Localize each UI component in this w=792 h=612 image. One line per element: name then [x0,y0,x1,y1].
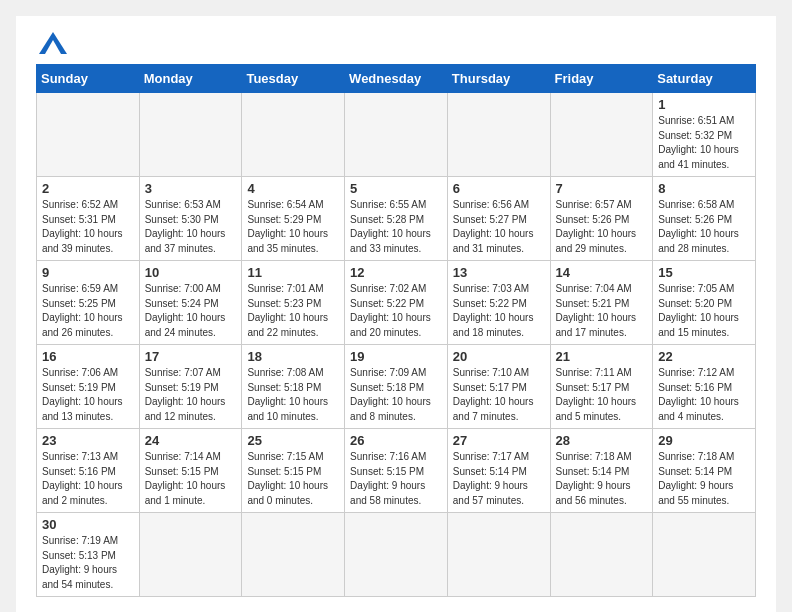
calendar-cell [447,93,550,177]
calendar-cell: 3Sunrise: 6:53 AM Sunset: 5:30 PM Daylig… [139,177,242,261]
day-number: 26 [350,433,442,448]
day-info: Sunrise: 6:51 AM Sunset: 5:32 PM Dayligh… [658,114,750,172]
day-number: 29 [658,433,750,448]
calendar-cell: 10Sunrise: 7:00 AM Sunset: 5:24 PM Dayli… [139,261,242,345]
day-number: 30 [42,517,134,532]
day-number: 9 [42,265,134,280]
calendar-cell: 21Sunrise: 7:11 AM Sunset: 5:17 PM Dayli… [550,345,653,429]
day-info: Sunrise: 7:07 AM Sunset: 5:19 PM Dayligh… [145,366,237,424]
day-info: Sunrise: 7:15 AM Sunset: 5:15 PM Dayligh… [247,450,339,508]
day-info: Sunrise: 7:03 AM Sunset: 5:22 PM Dayligh… [453,282,545,340]
day-number: 2 [42,181,134,196]
day-number: 11 [247,265,339,280]
calendar-cell: 16Sunrise: 7:06 AM Sunset: 5:19 PM Dayli… [37,345,140,429]
calendar-cell: 26Sunrise: 7:16 AM Sunset: 5:15 PM Dayli… [345,429,448,513]
day-info: Sunrise: 6:58 AM Sunset: 5:26 PM Dayligh… [658,198,750,256]
calendar-cell [550,513,653,597]
day-info: Sunrise: 7:00 AM Sunset: 5:24 PM Dayligh… [145,282,237,340]
day-number: 16 [42,349,134,364]
day-info: Sunrise: 7:08 AM Sunset: 5:18 PM Dayligh… [247,366,339,424]
calendar-header-tuesday: Tuesday [242,65,345,93]
calendar-cell: 14Sunrise: 7:04 AM Sunset: 5:21 PM Dayli… [550,261,653,345]
calendar-week-3: 16Sunrise: 7:06 AM Sunset: 5:19 PM Dayli… [37,345,756,429]
calendar-cell [242,93,345,177]
calendar-header-thursday: Thursday [447,65,550,93]
day-number: 17 [145,349,237,364]
calendar-cell: 29Sunrise: 7:18 AM Sunset: 5:14 PM Dayli… [653,429,756,513]
calendar-week-4: 23Sunrise: 7:13 AM Sunset: 5:16 PM Dayli… [37,429,756,513]
calendar-header-friday: Friday [550,65,653,93]
calendar-cell [653,513,756,597]
day-info: Sunrise: 7:01 AM Sunset: 5:23 PM Dayligh… [247,282,339,340]
day-number: 13 [453,265,545,280]
calendar-week-1: 2Sunrise: 6:52 AM Sunset: 5:31 PM Daylig… [37,177,756,261]
day-number: 5 [350,181,442,196]
calendar-cell [345,513,448,597]
calendar-cell: 20Sunrise: 7:10 AM Sunset: 5:17 PM Dayli… [447,345,550,429]
day-number: 22 [658,349,750,364]
calendar-header-row: SundayMondayTuesdayWednesdayThursdayFrid… [37,65,756,93]
calendar-cell [550,93,653,177]
page: SundayMondayTuesdayWednesdayThursdayFrid… [16,16,776,612]
calendar-cell: 4Sunrise: 6:54 AM Sunset: 5:29 PM Daylig… [242,177,345,261]
calendar-header-wednesday: Wednesday [345,65,448,93]
day-info: Sunrise: 7:18 AM Sunset: 5:14 PM Dayligh… [658,450,750,508]
day-number: 24 [145,433,237,448]
day-info: Sunrise: 6:59 AM Sunset: 5:25 PM Dayligh… [42,282,134,340]
calendar-cell [139,93,242,177]
day-number: 15 [658,265,750,280]
calendar: SundayMondayTuesdayWednesdayThursdayFrid… [36,64,756,597]
day-number: 4 [247,181,339,196]
calendar-cell: 5Sunrise: 6:55 AM Sunset: 5:28 PM Daylig… [345,177,448,261]
day-info: Sunrise: 6:53 AM Sunset: 5:30 PM Dayligh… [145,198,237,256]
calendar-header-saturday: Saturday [653,65,756,93]
day-info: Sunrise: 7:18 AM Sunset: 5:14 PM Dayligh… [556,450,648,508]
day-info: Sunrise: 6:52 AM Sunset: 5:31 PM Dayligh… [42,198,134,256]
day-number: 6 [453,181,545,196]
day-info: Sunrise: 6:54 AM Sunset: 5:29 PM Dayligh… [247,198,339,256]
day-number: 18 [247,349,339,364]
calendar-cell: 30Sunrise: 7:19 AM Sunset: 5:13 PM Dayli… [37,513,140,597]
day-number: 3 [145,181,237,196]
day-number: 10 [145,265,237,280]
day-info: Sunrise: 7:12 AM Sunset: 5:16 PM Dayligh… [658,366,750,424]
day-info: Sunrise: 7:04 AM Sunset: 5:21 PM Dayligh… [556,282,648,340]
day-number: 8 [658,181,750,196]
logo-text [36,32,67,54]
day-info: Sunrise: 7:19 AM Sunset: 5:13 PM Dayligh… [42,534,134,592]
day-number: 12 [350,265,442,280]
day-info: Sunrise: 7:17 AM Sunset: 5:14 PM Dayligh… [453,450,545,508]
calendar-cell: 6Sunrise: 6:56 AM Sunset: 5:27 PM Daylig… [447,177,550,261]
day-info: Sunrise: 7:10 AM Sunset: 5:17 PM Dayligh… [453,366,545,424]
calendar-week-5: 30Sunrise: 7:19 AM Sunset: 5:13 PM Dayli… [37,513,756,597]
day-info: Sunrise: 7:06 AM Sunset: 5:19 PM Dayligh… [42,366,134,424]
day-info: Sunrise: 6:57 AM Sunset: 5:26 PM Dayligh… [556,198,648,256]
day-number: 28 [556,433,648,448]
day-info: Sunrise: 7:14 AM Sunset: 5:15 PM Dayligh… [145,450,237,508]
calendar-cell: 2Sunrise: 6:52 AM Sunset: 5:31 PM Daylig… [37,177,140,261]
calendar-cell: 13Sunrise: 7:03 AM Sunset: 5:22 PM Dayli… [447,261,550,345]
calendar-cell: 12Sunrise: 7:02 AM Sunset: 5:22 PM Dayli… [345,261,448,345]
day-number: 1 [658,97,750,112]
calendar-cell: 23Sunrise: 7:13 AM Sunset: 5:16 PM Dayli… [37,429,140,513]
calendar-week-2: 9Sunrise: 6:59 AM Sunset: 5:25 PM Daylig… [37,261,756,345]
calendar-cell: 22Sunrise: 7:12 AM Sunset: 5:16 PM Dayli… [653,345,756,429]
day-number: 14 [556,265,648,280]
calendar-cell: 7Sunrise: 6:57 AM Sunset: 5:26 PM Daylig… [550,177,653,261]
calendar-cell: 27Sunrise: 7:17 AM Sunset: 5:14 PM Dayli… [447,429,550,513]
logo-icon [39,32,67,54]
day-info: Sunrise: 7:13 AM Sunset: 5:16 PM Dayligh… [42,450,134,508]
day-number: 19 [350,349,442,364]
calendar-cell: 17Sunrise: 7:07 AM Sunset: 5:19 PM Dayli… [139,345,242,429]
day-number: 23 [42,433,134,448]
calendar-cell [447,513,550,597]
calendar-cell: 15Sunrise: 7:05 AM Sunset: 5:20 PM Dayli… [653,261,756,345]
calendar-cell [37,93,140,177]
calendar-cell [139,513,242,597]
header [36,32,756,54]
calendar-cell: 24Sunrise: 7:14 AM Sunset: 5:15 PM Dayli… [139,429,242,513]
day-number: 27 [453,433,545,448]
calendar-cell: 9Sunrise: 6:59 AM Sunset: 5:25 PM Daylig… [37,261,140,345]
calendar-week-0: 1Sunrise: 6:51 AM Sunset: 5:32 PM Daylig… [37,93,756,177]
calendar-cell: 19Sunrise: 7:09 AM Sunset: 5:18 PM Dayli… [345,345,448,429]
